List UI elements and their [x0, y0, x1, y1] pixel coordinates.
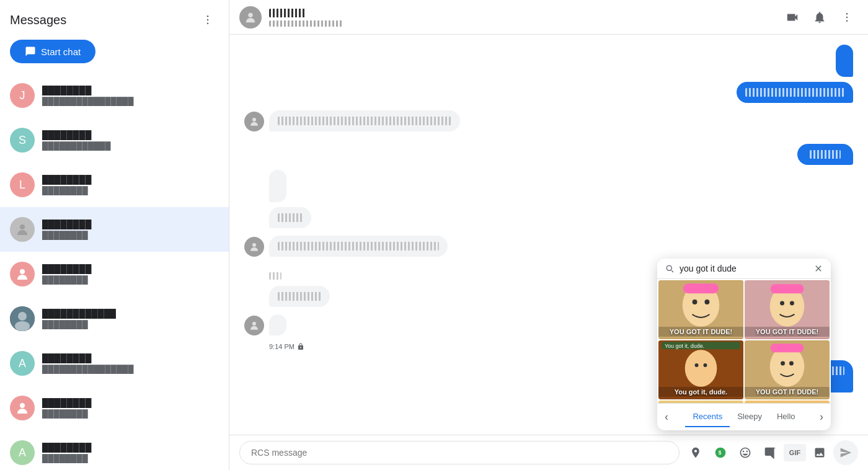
- gif-item[interactable]: [745, 401, 830, 403]
- svg-point-12: [846, 20, 848, 22]
- notifications-button[interactable]: [808, 6, 831, 29]
- gif-search-bar: you got it dude: [657, 259, 831, 279]
- chat-contact-name: [269, 7, 781, 19]
- message-row: [244, 236, 853, 257]
- app-title: Messages: [10, 13, 66, 27]
- send-button[interactable]: [833, 440, 858, 465]
- sticker-button[interactable]: [759, 441, 781, 464]
- gif-tab-sleepy[interactable]: Sleepy: [730, 407, 769, 427]
- avatar: [10, 306, 35, 331]
- conv-preview: ████████: [42, 409, 219, 419]
- gif-item[interactable]: You got it, dude. You got it, dude.: [658, 340, 743, 399]
- image-button[interactable]: [808, 441, 831, 464]
- svg-point-29: [685, 350, 717, 387]
- svg-point-36: [781, 361, 785, 366]
- svg-rect-38: [771, 344, 804, 352]
- location-button[interactable]: [684, 441, 707, 464]
- gif-button[interactable]: GIF: [784, 444, 806, 461]
- sender-avatar: [244, 316, 264, 335]
- conv-name: ████████: [42, 398, 219, 408]
- gif-item[interactable]: YOU GOT IT DUDE!: [658, 280, 743, 339]
- sender-avatar: [244, 237, 264, 257]
- list-item[interactable]: A ████████ ████████: [0, 430, 229, 470]
- list-item[interactable]: L ████████ ████████: [0, 162, 229, 207]
- list-item[interactable]: ████████ ████████: [0, 252, 229, 296]
- gif-tab-recents[interactable]: Recents: [685, 407, 730, 427]
- chat-contact-sub: [269, 19, 781, 27]
- emoji-button[interactable]: [734, 441, 756, 464]
- message-row: [244, 144, 853, 165]
- svg-point-20: [693, 299, 698, 304]
- message-input[interactable]: [239, 441, 680, 464]
- message-bubble: [269, 314, 286, 335]
- message-row: [244, 82, 853, 103]
- list-item[interactable]: S ████████ ████████████: [0, 118, 229, 162]
- svg-point-14: [252, 243, 256, 247]
- message-text: [269, 269, 281, 281]
- chat-header-actions: [781, 6, 858, 29]
- avatar: S: [10, 128, 35, 153]
- gif-prev-button[interactable]: ‹: [662, 408, 671, 426]
- video-call-button[interactable]: [781, 6, 804, 29]
- avatar: J: [10, 83, 35, 108]
- more-options-button[interactable]: [836, 6, 858, 29]
- start-chat-label: Start chat: [41, 47, 81, 57]
- message-row: [244, 45, 853, 77]
- input-area: $ GIF: [229, 435, 868, 470]
- start-chat-button[interactable]: Start chat: [10, 40, 95, 63]
- svg-point-30: [695, 363, 699, 367]
- conv-preview: ████████: [42, 231, 219, 240]
- message-bubble: [269, 286, 330, 307]
- conv-preview: ████████████████: [42, 97, 219, 106]
- message-row: [244, 110, 853, 131]
- input-actions: $ GIF: [684, 440, 858, 465]
- list-item[interactable]: ████████ ████████: [0, 207, 229, 252]
- conv-preview: ████████████: [42, 141, 219, 151]
- message-bubble: [797, 144, 853, 165]
- conv-name: ████████: [42, 175, 219, 185]
- list-item[interactable]: ████████████ ████████: [0, 296, 229, 341]
- svg-text:You got it, dude.: You got it, dude.: [665, 343, 704, 349]
- gif-grid: YOU GOT IT DUDE! YOU GOT IT DUDE!: [657, 279, 831, 403]
- sidebar-header: Messages: [0, 0, 229, 35]
- gif-search-input[interactable]: you got it dude: [680, 264, 808, 273]
- list-item[interactable]: J ████████ ████████████████: [0, 73, 229, 118]
- sender-avatar: [244, 112, 264, 131]
- svg-point-0: [207, 16, 209, 17]
- conv-preview: ████████████████: [42, 365, 219, 374]
- message-bubble: [269, 207, 311, 228]
- message-bubble: [269, 236, 448, 257]
- payment-button[interactable]: $: [709, 441, 732, 464]
- gif-label: YOU GOT IT DUDE!: [745, 387, 830, 397]
- conversation-list: J ████████ ████████████████ S ████████ █…: [0, 73, 229, 470]
- svg-point-2: [207, 23, 209, 25]
- svg-point-4: [20, 269, 25, 274]
- svg-rect-22: [683, 283, 719, 293]
- gif-search-icon: [665, 264, 675, 273]
- gif-item[interactable]: YOU GOT IT DUDE!: [745, 340, 830, 399]
- gif-clear-icon[interactable]: [813, 264, 823, 273]
- svg-point-25: [780, 301, 784, 306]
- gif-label: You got it, dude.: [658, 387, 743, 397]
- list-item[interactable]: ████████ ████████: [0, 386, 229, 430]
- list-item[interactable]: A ████████ ████████████████: [0, 341, 229, 386]
- gif-tabs: ‹ Recents Sleepy Hello ›: [657, 403, 831, 430]
- gif-next-button[interactable]: ›: [817, 408, 826, 426]
- gif-label: YOU GOT IT DUDE!: [745, 327, 830, 337]
- sidebar: Messages Start chat J ████████ █████████…: [0, 0, 229, 470]
- conv-name: ████████████: [42, 309, 219, 319]
- svg-text:$: $: [719, 450, 722, 456]
- conv-preview: ████████: [42, 275, 219, 285]
- conv-name: ████████: [42, 353, 219, 363]
- message-bubble: [269, 170, 286, 202]
- conv-preview: ████████: [42, 454, 219, 463]
- gif-item[interactable]: [658, 401, 743, 403]
- gif-item[interactable]: YOU GOT IT DUDE!: [745, 280, 830, 339]
- svg-point-6: [18, 312, 27, 321]
- message-bubble: [836, 45, 853, 77]
- svg-rect-39: [658, 401, 743, 403]
- chat-header: [229, 0, 868, 35]
- sidebar-more-icon[interactable]: [197, 9, 219, 31]
- gif-tab-hello[interactable]: Hello: [769, 407, 803, 427]
- message-bubble: [737, 82, 853, 103]
